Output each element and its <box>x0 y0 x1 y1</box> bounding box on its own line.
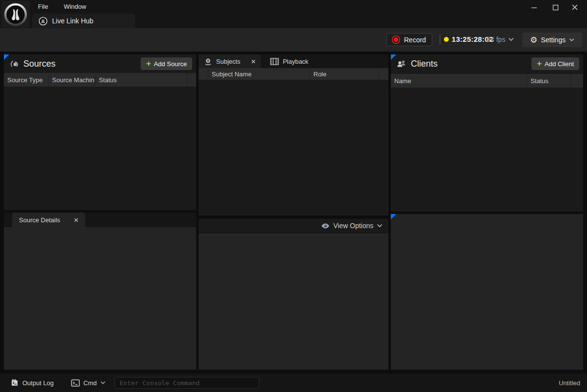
column-header-spacer <box>571 74 583 88</box>
close-button[interactable] <box>566 1 584 14</box>
document-name: Untitled <box>559 379 580 387</box>
subjects-column-headers: Subject Name Role <box>199 68 388 80</box>
column-header-spacer <box>187 73 196 87</box>
menu-file[interactable]: File <box>32 1 54 13</box>
record-button-label: Record <box>404 36 426 44</box>
column-header-subject-name[interactable]: Subject Name <box>208 68 310 80</box>
tab-close-button[interactable] <box>251 59 256 64</box>
client-details-panel <box>391 214 583 370</box>
close-icon <box>74 218 78 222</box>
toolbar-separator <box>440 35 440 45</box>
playback-icon <box>270 58 279 65</box>
gear-icon: ⚙ <box>530 36 537 44</box>
tab-playback[interactable]: Playback <box>265 54 314 68</box>
column-header-spacer <box>199 68 208 80</box>
clients-icon <box>396 59 407 69</box>
main-toolbar: Record 13:25:28:02 24 fps ⚙ Settings <box>0 28 587 52</box>
tab-live-link-hub-label: Live Link Hub <box>52 17 93 25</box>
menu-window[interactable]: Window <box>58 1 92 13</box>
cmd-label: Cmd <box>83 379 96 387</box>
subjects-panel: Subjects Playback Subject Name Role <box>199 54 388 215</box>
close-icon <box>571 4 578 11</box>
sources-icon <box>9 59 19 69</box>
unreal-logo-icon <box>4 3 27 26</box>
clients-panel: Clients + Add Client Name Status <box>391 54 583 212</box>
add-client-button-label: Add Client <box>545 60 574 68</box>
chevron-down-icon <box>569 38 574 42</box>
close-icon <box>251 59 256 64</box>
source-details-panel: Source Details <box>4 213 196 370</box>
column-header-role[interactable]: Role <box>310 68 379 80</box>
minimize-icon <box>531 4 537 11</box>
terminal-icon <box>71 379 80 387</box>
chevron-down-icon <box>377 224 383 228</box>
minimize-button[interactable] <box>525 1 543 14</box>
status-bar: Output Log Cmd Untitled <box>0 374 587 392</box>
tab-source-details-label: Source Details <box>19 216 60 224</box>
clients-panel-header: Clients + Add Client <box>391 54 583 73</box>
output-log-button[interactable]: Output Log <box>11 379 54 387</box>
tab-subjects[interactable]: Subjects <box>199 54 261 68</box>
clients-list[interactable] <box>391 88 583 212</box>
plus-icon: + <box>146 59 151 68</box>
column-header-status[interactable]: Status <box>95 73 187 87</box>
timecode-status-dot <box>444 37 449 42</box>
live-link-hub-icon <box>38 17 48 26</box>
column-header-status[interactable]: Status <box>527 74 571 88</box>
sources-panel: Sources + Add Source Source Type Source … <box>4 54 196 210</box>
subjects-tab-strip: Subjects Playback <box>199 54 388 68</box>
add-source-button[interactable]: + Add Source <box>141 57 192 70</box>
subject-preview-content <box>199 233 388 370</box>
record-icon <box>391 35 401 44</box>
menu-bar: File Window <box>32 1 92 13</box>
maximize-button[interactable] <box>546 1 565 14</box>
output-log-label: Output Log <box>22 379 54 387</box>
record-button[interactable]: Record <box>386 33 432 46</box>
tab-close-button[interactable] <box>74 218 78 222</box>
settings-button-label: Settings <box>541 36 566 44</box>
timecode-dropdown[interactable] <box>508 37 514 41</box>
source-details-content <box>4 227 196 370</box>
add-client-button[interactable]: + Add Client <box>532 57 579 70</box>
view-options-label: View Options <box>333 222 373 230</box>
clients-column-headers: Name Status <box>391 74 583 88</box>
maximize-icon <box>552 4 559 11</box>
column-header-source-type[interactable]: Source Type <box>4 73 49 87</box>
column-header-source-machine[interactable]: Source Machin <box>49 73 95 87</box>
tab-playback-label: Playback <box>283 58 309 65</box>
live-link-hub-window: File Window Live Link Hub <box>0 0 587 392</box>
add-source-button-label: Add Source <box>154 60 187 68</box>
clients-panel-title: Clients <box>411 59 532 69</box>
subject-preview-panel: View Options <box>199 219 388 370</box>
console-command-input[interactable] <box>114 377 259 389</box>
output-log-icon <box>11 379 18 387</box>
tab-live-link-hub[interactable]: Live Link Hub <box>32 14 135 28</box>
subjects-icon <box>204 57 212 66</box>
chevron-down-icon <box>100 381 106 385</box>
subjects-list[interactable] <box>199 80 388 215</box>
settings-button[interactable]: ⚙ Settings <box>522 33 582 47</box>
title-bar: File Window Live Link Hub <box>0 0 587 28</box>
tab-source-details[interactable]: Source Details <box>12 213 85 227</box>
framerate-display: 24 fps <box>487 36 505 43</box>
view-options-dropdown[interactable] <box>377 224 383 228</box>
column-header-name[interactable]: Name <box>391 74 527 88</box>
sources-list[interactable] <box>4 87 196 210</box>
sources-panel-title: Sources <box>23 59 141 69</box>
cmd-dropdown[interactable]: Cmd <box>71 379 105 387</box>
sources-column-headers: Source Type Source Machin Status <box>4 73 196 87</box>
focus-corner <box>391 214 396 219</box>
plus-icon: + <box>537 59 542 68</box>
sources-panel-header: Sources + Add Source <box>4 54 196 73</box>
app-logo <box>1 1 30 28</box>
column-header-spacer <box>379 68 388 80</box>
eye-icon <box>321 223 330 229</box>
chevron-down-icon <box>508 37 514 41</box>
view-options-bar: View Options <box>199 219 388 233</box>
tab-subjects-label: Subjects <box>216 58 240 65</box>
